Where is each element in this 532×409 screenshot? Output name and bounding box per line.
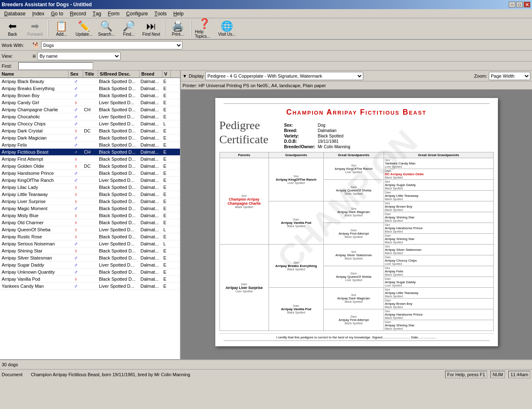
- dog-list-row[interactable]: Arripay Fictitious Beast ♂ CH Black Spot…: [0, 149, 180, 156]
- ggg14-name: Arripay Brown Boy: [385, 302, 493, 306]
- col-header-sex[interactable]: Sex: [69, 71, 83, 77]
- dog-list-row[interactable]: Yankees Candy Man ♂ Liver Spotted D... D…: [0, 283, 180, 290]
- dog-list-row[interactable]: Arripay Breaks Everything ♂ Black Spotte…: [0, 85, 180, 92]
- ggg11-sire-label: Sire: [385, 267, 493, 269]
- gg5-sire-label: Sire: [325, 250, 383, 253]
- dog-list-row[interactable]: Arripay Serious Noiseman ♂ Liver Spotted…: [0, 240, 180, 247]
- dog-list-row[interactable]: Arripay Champagne Charlie ♂ CH Black Spo…: [0, 106, 180, 113]
- col-header-v[interactable]: V: [163, 71, 171, 77]
- dog-list-row[interactable]: Arripay KingOfThe Ranch ♂ Liver Spotted …: [0, 177, 180, 184]
- dog-list-row[interactable]: Arripay Vanilla Pod ♀ Black Spotted D...…: [0, 276, 180, 283]
- dog-list-row[interactable]: Arripay Lilac Lady ♀ Black Spotted D... …: [0, 184, 180, 191]
- dog-list-row[interactable]: Arripay Handsome Prince ♂ Black Spotted …: [0, 170, 180, 177]
- find-button[interactable]: 🔎 Find...: [118, 19, 140, 38]
- gg7-sire-label: Sire: [325, 294, 383, 296]
- dog-breed-desc: Black Spotted D...: [98, 191, 140, 197]
- dog-v: E: [163, 206, 171, 211]
- breederowner-value: Mr Colin Manning: [318, 144, 350, 149]
- print-button[interactable]: 🖨️ Print...: [167, 19, 189, 38]
- col-header-title[interactable]: Title: [83, 71, 98, 77]
- maximize-button[interactable]: □: [516, 2, 523, 7]
- gg2-name: Arripay QueenOf Sheba: [325, 189, 383, 192]
- forward-button[interactable]: ➡ Forward: [24, 19, 46, 38]
- dog-name: Arripay Old Charmer: [0, 220, 69, 225]
- helptopics-button[interactable]: ❓ Help Topics...: [194, 19, 215, 38]
- sire-label: Sire: [221, 194, 268, 197]
- findnext-button[interactable]: ⏭ Find Next: [140, 19, 162, 38]
- dog-sex: ♀: [69, 276, 83, 283]
- dog-title: [83, 229, 98, 230]
- add-button[interactable]: 📋 Add...: [51, 19, 72, 38]
- workwith-label: Work With:: [2, 43, 31, 48]
- dog-list-row[interactable]: Arripay Rustic Rose ♀ Black Spotted D...…: [0, 233, 180, 240]
- ggg7-sire-label: Sire: [385, 223, 493, 226]
- dog-list-row[interactable]: Arripay Dark Magician ♂ Black Spotted D.…: [0, 135, 180, 142]
- dog-list-row[interactable]: Arripay Golden Oldie ♀ DC Black Spotted …: [0, 163, 180, 170]
- visitus-button[interactable]: 🌐 Visit Us...: [216, 19, 238, 38]
- dog-list-row[interactable]: Arripay Sugar Daddy ♂ Liver Spotted D...…: [0, 262, 180, 269]
- menu-tools[interactable]: Tools: [151, 9, 170, 18]
- dog-list-row[interactable]: Arripay Unknown Quantity ♂ Black Spotted…: [0, 269, 180, 276]
- back-button[interactable]: ⬅ Back: [2, 19, 23, 38]
- dog-list-row[interactable]: Arripay Black Beauty ♂ Black Spotted D..…: [0, 78, 180, 85]
- breedeowner-label: Breeder/Owner:: [282, 144, 318, 149]
- dog-title: CH: [83, 149, 98, 155]
- dog-list-row[interactable]: Arripay Felix ♂ Black Spotted D... Dalma…: [0, 142, 180, 149]
- menu-index[interactable]: Index: [29, 9, 47, 18]
- dog-list-row[interactable]: Arripay First Attempt ♀ Black Spotted D.…: [0, 156, 180, 163]
- dog-list-row[interactable]: Arripay Liver Surprise ♀ Black Spotted D…: [0, 198, 180, 205]
- dog-list-row[interactable]: Arripay QueenOf Sheba ♀ Liver Spotted D.…: [0, 226, 180, 233]
- pedigree-container[interactable]: CHAMPION Champion Arripay Fictitious Bea…: [181, 90, 532, 359]
- dog-list-row[interactable]: Arripay Magic Moment ♂ Black Spotted D..…: [0, 205, 180, 212]
- minimize-button[interactable]: ─: [509, 2, 515, 7]
- ggg15-variety: Black Spotted: [385, 316, 493, 319]
- display-select[interactable]: Pedigree - 4 G Copperplate - With Signat…: [205, 72, 363, 80]
- col-header-breed[interactable]: Breed: [140, 71, 163, 77]
- update-button[interactable]: ✏️ Update...: [73, 19, 95, 38]
- menu-record[interactable]: Record: [66, 9, 89, 18]
- dog-list-row[interactable]: Arripay Little Tearaway ♀ Black Spotted …: [0, 191, 180, 198]
- dog-list-row[interactable]: Arripay Misty Blue ♀ Black Spotted D... …: [0, 212, 180, 219]
- display-label: Display: [189, 73, 204, 78]
- dog-breed: Dalmat...: [140, 248, 163, 254]
- ggg14-cell: Dam Arripay Brown Boy Black Spotted: [384, 299, 493, 309]
- col-header-breed-desc[interactable]: S/Breed Desc.: [98, 71, 140, 77]
- print-label: Print...: [172, 32, 184, 37]
- pedigree-title: Champion Arripay Fictitious Beast: [219, 108, 494, 117]
- dog-v: E: [163, 156, 171, 162]
- menu-configure[interactable]: Configure: [123, 9, 151, 18]
- ggg13-cell: Sire Arripay Little Tearaway Black Spott…: [384, 288, 493, 299]
- menu-form[interactable]: Form: [105, 9, 123, 18]
- menu-tag[interactable]: Tag: [89, 9, 105, 18]
- dog-breed: Dalmat...: [140, 114, 163, 120]
- dog-list-row[interactable]: Arripay Chocaholic ♂ Liver Spotted D... …: [0, 113, 180, 120]
- menu-database[interactable]: Database: [1, 9, 29, 18]
- dog-name: Arripay Handsome Prince: [0, 170, 69, 176]
- dog-list-row[interactable]: Arripay Shining Star ♀ Black Spotted D..…: [0, 247, 180, 255]
- gg6-name: Arripay QueenOf Sheba: [325, 275, 383, 279]
- col-header-name[interactable]: Name: [0, 71, 69, 77]
- menu-goto[interactable]: Go to: [48, 9, 66, 18]
- find-input[interactable]: [18, 62, 93, 70]
- dog-list-row[interactable]: Arripay Candy Girl ♀ Liver Spotted D... …: [0, 99, 180, 106]
- ggg13-sire-label: Sire: [385, 288, 493, 291]
- zoom-select[interactable]: Page Width: [489, 72, 530, 80]
- dog-list-row[interactable]: Arripay Dark Crystal ♀ DC Black Spotted …: [0, 127, 180, 135]
- dog-sex: ♂: [69, 92, 83, 99]
- dog-list-row[interactable]: Arripay Choccy Chips ♂ Liver Spotted D..…: [0, 120, 180, 127]
- dog-list-row[interactable]: Arripay Silver Statesman ♂ Black Spotted…: [0, 255, 180, 262]
- workwith-select[interactable]: Dogs: [41, 41, 182, 49]
- view-select[interactable]: By name: [37, 52, 121, 60]
- dog-v: E: [163, 78, 171, 84]
- dog-list-row[interactable]: Arripay Brown Boy ♂ Black Spotted D... D…: [0, 92, 180, 99]
- menu-help[interactable]: Help: [170, 9, 187, 18]
- dog-name: Yankees Candy Man: [0, 283, 69, 289]
- search-button[interactable]: 🔍 Search...: [96, 19, 117, 38]
- gg1-sire-label: Sire: [325, 164, 383, 167]
- ggg14-variety: Black Spotted: [385, 306, 493, 309]
- close-button[interactable]: ✕: [524, 2, 530, 7]
- dog-list-row[interactable]: Arripay Old Charmer ♀ Black Spotted D...…: [0, 219, 180, 226]
- dog-breed-desc: Black Spotted D...: [98, 170, 140, 176]
- ggg8-cell: Dam Arripay Shining Star Black Spotted: [384, 234, 493, 245]
- add-label: Add...: [56, 32, 67, 37]
